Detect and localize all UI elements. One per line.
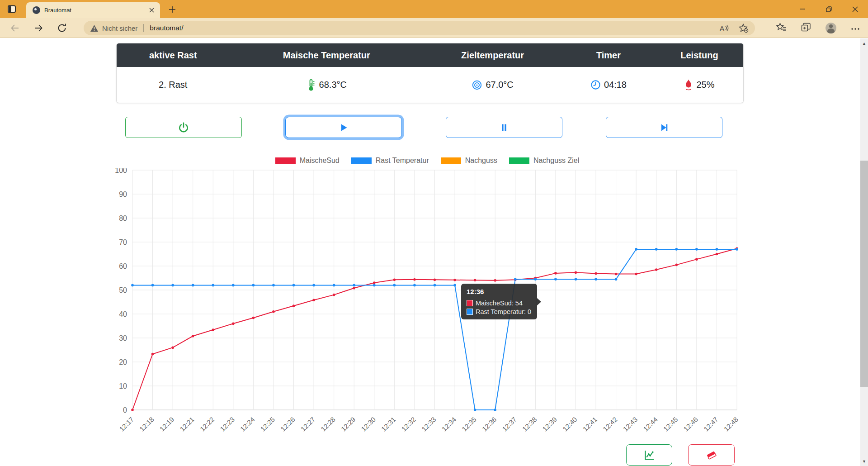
line-chart-icon — [643, 449, 656, 461]
svg-text:12:43: 12:43 — [622, 415, 639, 433]
svg-text:12:40: 12:40 — [561, 415, 579, 433]
svg-text:12:46: 12:46 — [682, 415, 699, 433]
header-aktive-rast: aktive Rast — [117, 50, 229, 61]
chart-canvas[interactable]: 010203040506070809010012:1712:1812:1912:… — [113, 168, 741, 444]
power-button[interactable] — [125, 117, 242, 138]
svg-text:12:31: 12:31 — [380, 415, 397, 433]
svg-text:80: 80 — [119, 214, 127, 222]
scroll-up-button[interactable]: ▲ — [860, 39, 868, 47]
timer-clock-icon — [590, 80, 601, 90]
svg-text:12:39: 12:39 — [541, 415, 558, 433]
favorites-list-icon — [776, 23, 787, 32]
star-settings-icon — [739, 24, 749, 33]
legend-item-nachguss-ziel[interactable]: Nachguss Ziel — [509, 157, 579, 165]
tab-title: Brautomat — [44, 7, 147, 14]
favorites-add-button[interactable] — [739, 24, 749, 33]
tab-actions-button[interactable] — [5, 3, 19, 15]
mash-temperature-value: 68.3°C — [319, 80, 347, 90]
tooltip-row: MaischeSud: 54 — [467, 299, 532, 307]
pause-button[interactable] — [446, 117, 562, 138]
svg-text:12:19: 12:19 — [158, 415, 176, 433]
svg-text:12:25: 12:25 — [259, 415, 277, 433]
svg-text:12:34: 12:34 — [440, 415, 458, 433]
back-button[interactable] — [8, 21, 22, 35]
toolbar-right-icons — [776, 21, 860, 35]
tooltip-value: MaischeSud: 54 — [476, 300, 523, 307]
target-temperature-value: 67.0°C — [486, 80, 513, 90]
timer-value: 04:18 — [604, 80, 627, 90]
page-scrollbar[interactable]: ▲ ▼ — [860, 38, 868, 466]
scroll-down-button[interactable]: ▼ — [860, 457, 868, 465]
read-aloud-icon: A — [719, 24, 730, 33]
svg-text:12:27: 12:27 — [299, 415, 317, 433]
legend-item-nachguss[interactable]: Nachguss — [441, 157, 497, 165]
svg-text:12:24: 12:24 — [239, 415, 256, 433]
address-bar[interactable]: Nicht sicher brautomat/ A — [84, 21, 755, 35]
temperature-chart[interactable]: 010203040506070809010012:1712:1812:1912:… — [113, 168, 741, 444]
status-table-header: aktive Rast Maische Temperatur Zieltempe… — [117, 43, 743, 67]
close-icon — [852, 6, 858, 12]
profile-avatar[interactable] — [826, 23, 836, 33]
tooltip-swatch-rast-temperatur — [467, 309, 473, 315]
svg-text:30: 30 — [119, 334, 127, 342]
svg-text:12:30: 12:30 — [359, 415, 377, 433]
skip-next-icon — [659, 122, 670, 133]
restore-icon — [826, 6, 832, 12]
reload-button[interactable] — [55, 21, 69, 35]
window-controls — [789, 0, 868, 18]
collections-button[interactable] — [801, 23, 811, 34]
svg-text:70: 70 — [119, 238, 127, 246]
svg-text:90: 90 — [119, 190, 127, 198]
header-zieltemperatur: Zieltemperatur — [424, 50, 561, 61]
svg-text:12:18: 12:18 — [138, 415, 156, 433]
legend-swatch-nachguss-ziel — [509, 157, 529, 164]
chart-legend: MaischeSud Rast Temperatur Nachguss Nach… — [113, 157, 741, 165]
play-button[interactable] — [285, 117, 402, 138]
security-label[interactable]: Nicht sicher — [102, 24, 137, 32]
scrollbar-thumb[interactable] — [860, 161, 868, 387]
window-close-button[interactable] — [842, 0, 868, 18]
clear-chart-button[interactable] — [688, 444, 735, 466]
new-tab-button[interactable] — [165, 4, 179, 15]
forward-button[interactable] — [32, 21, 45, 35]
svg-text:12:38: 12:38 — [521, 415, 538, 433]
svg-text:12:21: 12:21 — [178, 415, 196, 433]
tab-close-icon[interactable] — [147, 6, 156, 14]
window-minimize-button[interactable] — [789, 0, 816, 18]
browser-toolbar: Nicht sicher brautomat/ A — [0, 18, 868, 38]
browser-tab[interactable]: Brautomat — [26, 2, 160, 18]
tooltip-value: Rast Temperatur: 0 — [476, 308, 531, 315]
target-icon — [472, 80, 482, 90]
svg-text:A: A — [720, 24, 724, 32]
tooltip-time: 12:36 — [467, 288, 532, 295]
thermometer-icon — [307, 79, 316, 91]
forward-arrow-icon — [33, 23, 44, 33]
skip-next-button[interactable] — [606, 117, 722, 138]
show-chart-button[interactable] — [626, 444, 672, 466]
svg-text:12:47: 12:47 — [702, 415, 720, 433]
svg-text:12:48: 12:48 — [722, 415, 740, 433]
legend-label: Nachguss Ziel — [533, 157, 579, 165]
address-divider — [143, 24, 144, 32]
header-maische-temperatur: Maische Temperatur — [229, 50, 424, 61]
svg-text:10: 10 — [119, 382, 127, 390]
svg-text:12:17: 12:17 — [118, 415, 136, 433]
legend-label: MaischeSud — [300, 157, 340, 165]
legend-item-maischesud[interactable]: MaischeSud — [275, 157, 340, 165]
settings-menu-button[interactable] — [851, 24, 860, 32]
svg-text:20: 20 — [119, 358, 127, 366]
svg-text:12:45: 12:45 — [662, 415, 679, 433]
url-text[interactable]: brautomat/ — [150, 24, 183, 32]
svg-text:12:41: 12:41 — [581, 415, 599, 433]
svg-text:12:37: 12:37 — [500, 415, 518, 433]
svg-text:0: 0 — [123, 406, 127, 414]
reload-icon — [57, 23, 67, 33]
window-restore-button[interactable] — [816, 0, 842, 18]
collections-icon — [801, 23, 811, 32]
header-timer: Timer — [561, 50, 656, 61]
tooltip-caret — [537, 298, 541, 306]
legend-item-rast-temperatur[interactable]: Rast Temperatur — [351, 157, 429, 165]
favorites-button[interactable] — [776, 23, 787, 34]
read-aloud-button[interactable]: A — [719, 24, 730, 33]
pause-icon — [499, 122, 509, 133]
